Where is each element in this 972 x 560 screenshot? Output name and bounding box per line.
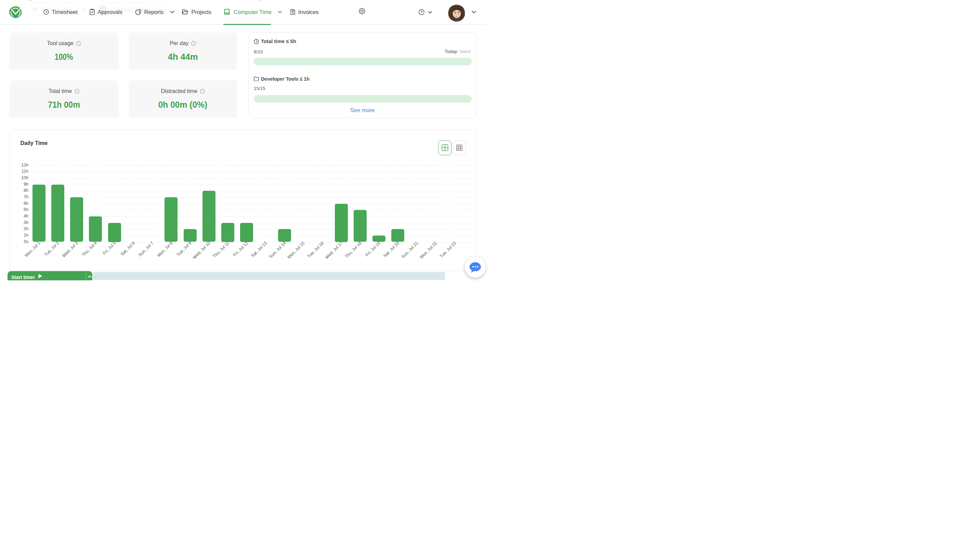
- svg-text:?: ?: [76, 90, 78, 93]
- svg-text:?: ?: [202, 90, 203, 93]
- svg-text:?: ?: [78, 42, 79, 45]
- svg-text:?: ?: [193, 42, 195, 45]
- svg-text:?: ?: [420, 10, 422, 14]
- svg-text:$: $: [292, 11, 294, 14]
